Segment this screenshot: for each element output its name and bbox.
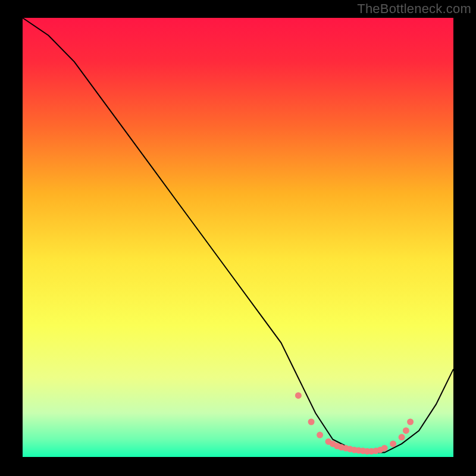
marker-dot — [308, 419, 315, 425]
marker-dot — [390, 440, 396, 447]
chart-frame: TheBottleneck.com — [0, 0, 476, 476]
marker-dot — [403, 427, 409, 434]
marker-dot — [317, 432, 323, 439]
watermark-text: TheBottleneck.com — [357, 1, 471, 17]
plot-background — [23, 18, 453, 457]
marker-dot — [399, 434, 405, 440]
bottleneck-chart — [0, 0, 476, 476]
marker-dot — [295, 392, 302, 399]
marker-dot — [381, 445, 388, 452]
marker-dot — [407, 419, 414, 425]
